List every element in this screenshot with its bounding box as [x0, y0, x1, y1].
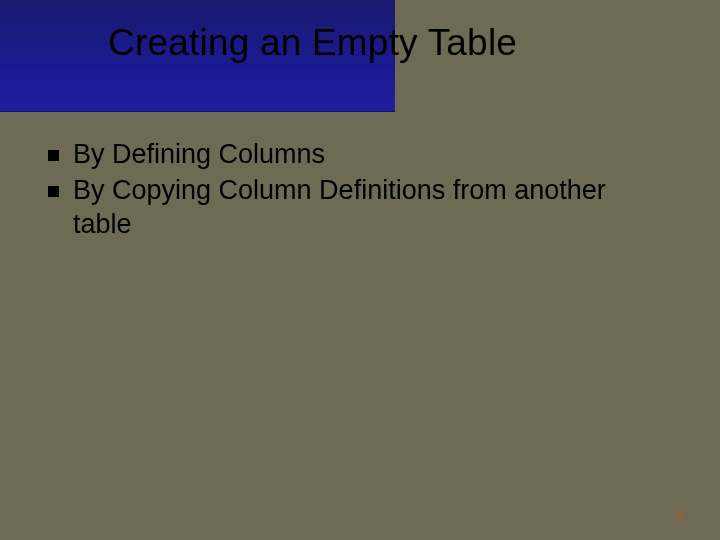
square-bullet-icon	[48, 150, 59, 161]
slide-title: Creating an Empty Table	[108, 22, 517, 64]
list-item: By Defining Columns	[48, 138, 668, 172]
slide-body: By Defining Columns By Copying Column De…	[48, 138, 668, 243]
list-item: By Copying Column Definitions from anoth…	[48, 174, 668, 242]
square-bullet-icon	[48, 186, 59, 197]
list-item-text: By Copying Column Definitions from anoth…	[73, 174, 668, 242]
list-item-text: By Defining Columns	[73, 138, 325, 172]
page-number: 3	[676, 507, 684, 524]
slide: Creating an Empty Table By Defining Colu…	[0, 0, 720, 540]
